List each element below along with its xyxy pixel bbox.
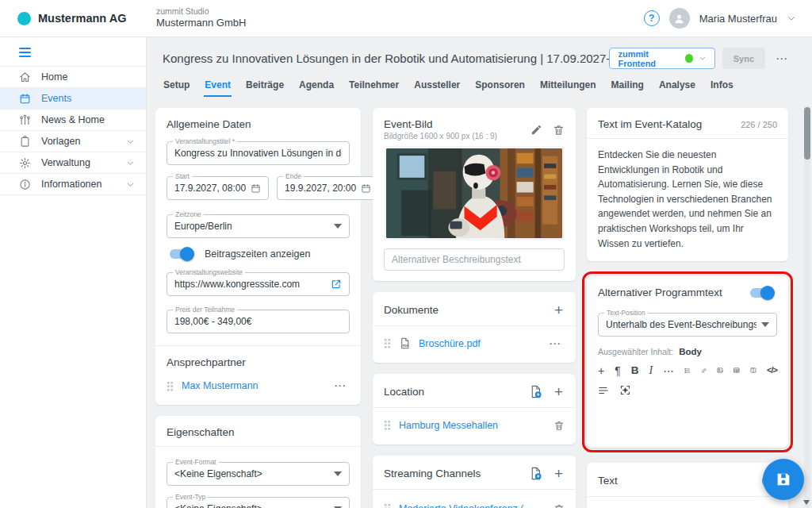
chevron-down-icon[interactable] bbox=[787, 13, 796, 23]
edit-image-button[interactable] bbox=[530, 124, 542, 136]
scroll-down-arrow-icon[interactable] bbox=[803, 500, 810, 505]
contact-more-button[interactable]: ⋯ bbox=[331, 379, 350, 393]
external-link-icon[interactable] bbox=[331, 279, 342, 290]
contact-link[interactable]: Max Mustermann bbox=[182, 380, 259, 391]
add-document-button[interactable]: + bbox=[553, 302, 565, 318]
website-field[interactable]: Veranstaltungswebsite bbox=[167, 272, 350, 296]
event-image-frame[interactable] bbox=[384, 146, 565, 241]
tab-agenda[interactable]: Agenda bbox=[298, 76, 335, 97]
italic-button[interactable]: I bbox=[649, 365, 653, 376]
text-position-select[interactable]: Text-Position Unterhalb des Event-Beschr… bbox=[598, 313, 777, 337]
price-field[interactable]: Preis der Teilnahme bbox=[167, 310, 350, 333]
delete-location-button[interactable] bbox=[553, 420, 565, 431]
status-dot-icon bbox=[685, 54, 693, 63]
add-from-library-button[interactable] bbox=[529, 467, 542, 480]
tab-infos[interactable]: Infos bbox=[710, 76, 734, 97]
sidebar-item-vorlagen[interactable]: Vorlagen bbox=[0, 131, 146, 152]
field-label: Start bbox=[173, 172, 192, 180]
field-label: Ende bbox=[283, 172, 304, 180]
price-input[interactable] bbox=[174, 316, 342, 327]
insert-button[interactable]: + bbox=[598, 365, 604, 376]
website-input[interactable] bbox=[174, 279, 326, 290]
drag-handle-icon[interactable] bbox=[384, 420, 391, 430]
editor-content-area[interactable] bbox=[598, 396, 777, 437]
event-format-select[interactable]: Event-Format <Keine Eigenschaft> bbox=[167, 462, 350, 486]
calendar-icon[interactable] bbox=[361, 183, 371, 194]
sidebar: Home Events News & Home Vorlagen Verwalt… bbox=[0, 37, 147, 508]
sidebar-item-verwaltung[interactable]: Verwaltung bbox=[0, 152, 146, 174]
beitragszeiten-toggle[interactable] bbox=[170, 249, 192, 259]
paragraph-button[interactable]: ¶ bbox=[615, 365, 621, 376]
channel-link[interactable]: Moderierte Videokonferenz (Videos… bbox=[399, 503, 534, 508]
align-left-icon[interactable] bbox=[598, 385, 609, 396]
link-icon[interactable] bbox=[701, 365, 707, 376]
tab-setup[interactable]: Setup bbox=[163, 76, 190, 97]
drag-handle-icon[interactable] bbox=[384, 503, 391, 508]
tab-aussteller[interactable]: Aussteller bbox=[413, 76, 461, 97]
gear-icon bbox=[19, 157, 31, 169]
field-label: Zeitzone bbox=[173, 210, 204, 218]
help-icon[interactable]: ? bbox=[644, 10, 660, 26]
card-title: Allgemeine Daten bbox=[167, 118, 350, 130]
add-location-button[interactable]: + bbox=[553, 384, 565, 399]
timezone-select[interactable]: Zeitzone Europe/Berlin bbox=[167, 214, 350, 238]
sync-button[interactable]: Sync bbox=[722, 48, 765, 69]
user-name[interactable]: Maria Musterfrau bbox=[699, 13, 777, 25]
bold-button[interactable]: B bbox=[631, 365, 639, 376]
location-link[interactable]: Hamburg Messehallen bbox=[399, 420, 498, 431]
katalog-text[interactable]: Entdecken Sie die neuesten Entwicklungen… bbox=[598, 148, 777, 251]
more-formats-button[interactable]: ⋯ bbox=[663, 365, 674, 376]
programmtext-toggle[interactable] bbox=[750, 288, 772, 298]
document-row: PDF Broschüre.pdf ⋯ bbox=[384, 335, 565, 352]
tenant-name: Mustermann GmbH bbox=[156, 17, 246, 29]
sidebar-item-informationen[interactable]: Informationen bbox=[0, 174, 146, 195]
divider bbox=[155, 446, 361, 447]
sidebar-item-news-home[interactable]: News & Home bbox=[0, 110, 146, 131]
event-title-input[interactable] bbox=[174, 148, 342, 159]
end-date-field[interactable]: Ende 19.9.2027, 20:00 bbox=[277, 176, 379, 200]
focus-settings-icon[interactable] bbox=[619, 384, 631, 396]
add-channel-button[interactable]: + bbox=[553, 466, 565, 481]
more-menu-button[interactable]: ⋯ bbox=[772, 52, 791, 66]
image-icon[interactable] bbox=[717, 364, 723, 376]
tab-event[interactable]: Event bbox=[204, 76, 232, 97]
delete-image-button[interactable] bbox=[553, 124, 565, 136]
tab-sponsoren[interactable]: Sponsoren bbox=[474, 76, 526, 97]
drag-handle-icon[interactable] bbox=[167, 381, 174, 391]
document-link[interactable]: Broschüre.pdf bbox=[419, 338, 481, 349]
delete-channel-button[interactable] bbox=[553, 503, 565, 508]
drag-handle-icon[interactable] bbox=[384, 338, 391, 348]
event-typ-select[interactable]: Event-Typ <Keine Eigenschaft> bbox=[167, 497, 350, 508]
code-view-button[interactable]: </> bbox=[767, 366, 777, 375]
tab-analyse[interactable]: Analyse bbox=[658, 76, 696, 97]
start-date-field[interactable]: Start 17.9.2027, 08:00 bbox=[167, 176, 269, 200]
avatar[interactable] bbox=[669, 8, 690, 29]
save-button[interactable] bbox=[763, 459, 804, 500]
event-title-field[interactable]: Veranstaltungstitel * bbox=[167, 141, 350, 165]
add-from-library-button[interactable] bbox=[529, 385, 542, 398]
calendar-icon[interactable] bbox=[251, 183, 261, 194]
tab-teilnehmer[interactable]: Teilnehmer bbox=[348, 76, 400, 97]
tab-mitteilungen[interactable]: Mitteilungen bbox=[539, 76, 597, 97]
menu-toggle-button[interactable] bbox=[0, 37, 146, 67]
tab-mailing[interactable]: Mailing bbox=[611, 76, 645, 97]
sidebar-item-events[interactable]: Events bbox=[0, 88, 146, 110]
bullet-list-icon[interactable] bbox=[684, 365, 690, 376]
sidebar-item-home[interactable]: Home bbox=[0, 67, 146, 88]
scrollbar[interactable] bbox=[804, 106, 810, 508]
ansprechpartner-title: Ansprechpartner bbox=[167, 356, 350, 368]
frontend-button-label: zummit Frontend bbox=[618, 49, 680, 68]
selected-content-value[interactable]: Body bbox=[679, 347, 702, 356]
columns-icon[interactable] bbox=[750, 364, 756, 376]
document-more-button[interactable]: ⋯ bbox=[546, 337, 565, 351]
scrollbar-thumb[interactable] bbox=[804, 107, 810, 160]
alt-text-input[interactable] bbox=[384, 248, 565, 271]
tab-beitraege[interactable]: Beiträge bbox=[245, 76, 285, 97]
dropdown-caret-icon bbox=[334, 471, 342, 476]
frontend-button[interactable]: zummit Frontend bbox=[609, 48, 714, 69]
divider bbox=[373, 325, 576, 326]
table-icon[interactable] bbox=[733, 364, 740, 376]
card-allgemeine-daten: Allgemeine Daten Veranstaltungstitel * S… bbox=[155, 108, 361, 405]
card-title: Dokumente bbox=[384, 304, 439, 316]
card-header: Text im Event-Katalog 226 / 250 bbox=[598, 118, 777, 130]
